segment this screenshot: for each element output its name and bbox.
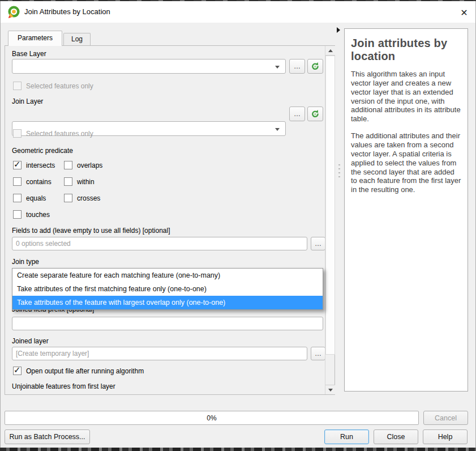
join-type-label: Join type — [12, 258, 39, 266]
progress-bar: 0% — [5, 411, 419, 425]
open-output-label: Open output file after running algorithm — [26, 367, 144, 375]
close-icon[interactable]: ✕ — [456, 5, 473, 20]
tab-parameters[interactable]: Parameters — [8, 31, 62, 46]
join-type-option-selected[interactable]: Take attributes of the feature with larg… — [12, 296, 323, 309]
checkbox-unchecked-icon[interactable] — [64, 161, 72, 169]
close-button[interactable]: Close — [374, 429, 418, 444]
checkbox-unchecked-icon[interactable] — [13, 210, 22, 219]
join-selected-features-row[interactable]: Selected features only — [13, 129, 93, 138]
predicate-contains[interactable]: contains — [13, 177, 52, 186]
predicate-overlaps[interactable]: overlaps — [64, 161, 102, 169]
selected-features-only-label: Selected features only — [26, 82, 93, 90]
join-attributes-dialog: Join Attributes by Location ✕ Parameters… — [0, 0, 476, 451]
fields-to-add-label: Fields to add (leave empty to use all fi… — [12, 227, 170, 235]
join-type-option[interactable]: Take attributes of the first matching fe… — [12, 282, 323, 296]
predicate-label: overlaps — [77, 161, 102, 169]
join-layer-refresh-button[interactable] — [307, 107, 323, 121]
fields-browse-button[interactable]: … — [311, 237, 325, 250]
parameters-scrollbar[interactable] — [325, 46, 335, 394]
predicate-intersects[interactable]: ✓ intersects — [13, 161, 55, 169]
join-type-option[interactable]: Create separate feature for each matchin… — [12, 269, 323, 282]
selected-features-only-label: Selected features only — [26, 130, 93, 138]
refresh-icon — [311, 62, 320, 71]
checkbox-unchecked-icon[interactable] — [13, 82, 22, 90]
joined-layer-browse-button[interactable]: … — [311, 347, 325, 360]
predicate-touches[interactable]: touches — [13, 210, 50, 219]
checkbox-unchecked-icon[interactable] — [13, 194, 22, 202]
join-layer-browse-button[interactable]: … — [289, 107, 305, 121]
predicate-label: within — [77, 178, 95, 186]
joined-layer-label: Joined layer — [12, 337, 49, 345]
checkbox-unchecked-icon[interactable] — [64, 177, 72, 186]
joined-field-prefix-input[interactable] — [12, 317, 323, 330]
base-layer-label: Base Layer — [12, 50, 46, 58]
predicate-label: touches — [26, 211, 50, 219]
joined-layer-input[interactable]: [Create temporary layer] — [12, 347, 307, 360]
run-button[interactable]: Run — [324, 429, 369, 444]
progress-value: 0% — [207, 414, 216, 422]
base-layer-combo[interactable] — [12, 59, 286, 74]
unjoinable-features-label: Unjoinable features from first layer — [12, 382, 115, 390]
predicate-within[interactable]: within — [64, 177, 95, 186]
window-title: Join Attributes by Location — [24, 7, 110, 16]
fields-to-add-input[interactable]: 0 options selected — [12, 237, 307, 250]
base-layer-browse-button[interactable]: … — [289, 59, 305, 74]
predicate-crosses[interactable]: crosses — [64, 194, 100, 202]
scroll-down-icon[interactable] — [325, 385, 335, 394]
predicate-label: crosses — [77, 194, 100, 202]
parameters-panel: Base Layer … Selected features only Join… — [5, 45, 335, 395]
checkbox-checked-icon[interactable]: ✓ — [13, 161, 22, 169]
predicate-label: intersects — [26, 161, 55, 169]
refresh-icon — [311, 109, 320, 118]
open-output-row[interactable]: ✓ Open output file after running algorit… — [13, 367, 144, 375]
chevron-down-icon — [275, 128, 280, 131]
checkbox-unchecked-icon[interactable] — [13, 177, 22, 186]
checkbox-checked-icon[interactable]: ✓ — [13, 367, 22, 375]
background-edge-bottom — [0, 448, 476, 451]
help-paragraph: This algorithm takes an input vector lay… — [351, 70, 461, 124]
base-selected-features-row[interactable]: Selected features only — [13, 82, 93, 90]
join-type-dropdown-list: Create separate feature for each matchin… — [12, 268, 323, 310]
help-button[interactable]: Help — [423, 429, 468, 444]
qgis-logo-icon — [7, 6, 20, 19]
predicate-label: contains — [26, 178, 52, 186]
tab-log[interactable]: Log — [63, 33, 91, 46]
checkbox-unchecked-icon[interactable] — [13, 129, 22, 138]
base-layer-refresh-button[interactable] — [307, 59, 323, 74]
help-title: Join attributes by location — [351, 37, 461, 63]
cancel-button[interactable]: Cancel — [423, 411, 468, 425]
checkbox-unchecked-icon[interactable] — [64, 194, 72, 202]
predicate-label: equals — [26, 194, 46, 202]
panel-collapse-arrow-icon[interactable] — [336, 27, 341, 33]
scroll-up-icon[interactable] — [325, 46, 335, 56]
chevron-down-icon — [275, 66, 280, 69]
help-paragraph: The additional attributes and their valu… — [351, 131, 461, 194]
geometric-predicate-label: Geometric predicate — [12, 147, 73, 155]
splitter-handle[interactable] — [338, 163, 340, 179]
scrollbar-thumb[interactable] — [325, 56, 335, 355]
run-as-batch-button[interactable]: Run as Batch Process... — [5, 429, 90, 444]
title-bar: Join Attributes by Location ✕ — [1, 1, 475, 23]
help-panel: Join attributes by location This algorit… — [344, 28, 468, 392]
join-layer-label: Join Layer — [12, 97, 43, 105]
predicate-equals[interactable]: equals — [13, 194, 46, 202]
